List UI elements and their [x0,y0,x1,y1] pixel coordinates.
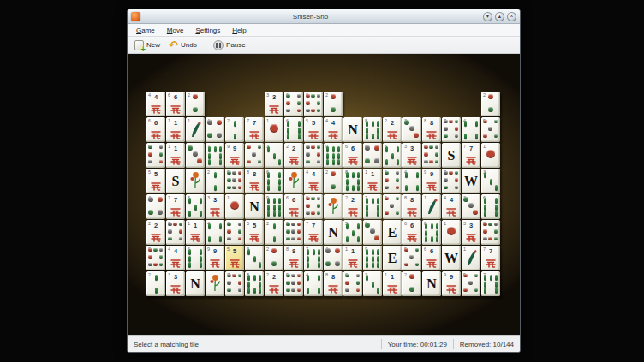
tile-face-s5[interactable]: 5 [186,194,205,219]
mahjong-tile[interactable]: 1 [225,194,245,220]
mahjong-tile[interactable]: 2 [186,92,206,117]
mahjong-tile[interactable]: 7 [304,246,324,271]
tile-face-m5[interactable]: 55 [225,246,244,270]
tile-face-p9[interactable]: 9 [284,220,303,245]
tile-face-p5[interactable]: 5 [383,194,402,219]
tile-face-m9[interactable]: 99 [225,143,244,168]
tile-face-wN[interactable]: N [186,271,205,296]
mahjong-tile[interactable]: 8 [304,92,324,117]
mahjong-tile[interactable]: 2 [265,220,284,246]
mahjong-tile[interactable]: S [166,169,186,194]
tile-face-m6[interactable]: 66 [422,246,441,270]
tile-face-m4[interactable]: 44 [304,169,323,193]
tile-face-p3[interactable]: 3 [363,220,382,245]
mahjong-tile[interactable]: 22 [383,117,402,143]
tile-face-m3[interactable]: 33 [166,271,185,296]
tile-face-m2[interactable]: 22 [146,220,165,245]
tile-face-m4[interactable]: 44 [166,246,185,270]
mahjong-tile[interactable]: 77 [304,220,324,246]
mahjong-tile[interactable]: N [186,271,206,297]
tile-face-s5[interactable]: 5 [343,220,362,245]
close-button[interactable]: × [507,12,516,21]
mahjong-tile[interactable]: 44 [304,169,324,194]
tile-face-p2[interactable]: 2 [324,169,343,193]
tile-face-f1[interactable] [206,271,224,296]
mahjong-tile[interactable]: 3 [481,169,501,194]
mahjong-tile[interactable]: 4 [462,117,481,143]
tile-face-m7[interactable]: 77 [245,117,264,142]
mahjong-tile[interactable]: 77 [462,143,481,169]
mahjong-tile[interactable]: 66 [146,117,166,143]
tile-face-m1[interactable]: 11 [186,220,205,245]
tile-face-s8[interactable]: 8 [363,117,382,142]
mahjong-tile[interactable]: 22 [146,220,166,246]
tile-face-wN[interactable]: N [245,194,264,219]
tile-face-p4[interactable]: 4 [324,246,343,270]
mahjong-tile[interactable]: 77 [481,246,501,271]
tile-face-s1[interactable]: 1 [186,117,205,142]
tile-face-p2[interactable]: 2 [402,271,421,296]
mahjong-tile[interactable]: 44 [146,92,166,117]
mahjong-tile[interactable]: 9 [225,169,245,194]
mahjong-tile[interactable]: 5 [383,143,402,169]
menu-item-settings[interactable]: Settings [189,26,226,35]
tile-face-wN[interactable]: N [324,220,343,245]
mahjong-tile[interactable]: 3 [265,143,284,169]
mahjong-tile[interactable]: 8 [245,271,265,297]
tile-face-s3[interactable]: 3 [363,271,382,296]
tile-face-m2[interactable]: 22 [284,143,303,168]
tile-face-f1[interactable] [186,169,205,193]
tile-face-m4[interactable]: 44 [324,117,343,142]
tile-face-m5[interactable]: 55 [245,220,264,245]
tile-face-m4[interactable]: 44 [146,92,165,116]
tile-face-m6[interactable]: 66 [166,92,185,116]
tile-face-p7[interactable]: 7 [225,271,244,296]
mahjong-tile[interactable]: 7 [166,220,186,246]
tile-face-p7[interactable]: 7 [166,220,185,245]
mahjong-tile[interactable]: 66 [343,143,363,169]
tile-face-wN[interactable]: N [343,117,362,142]
mahjong-tile[interactable]: 88 [324,271,343,297]
tile-face-wE[interactable]: E [383,220,402,245]
tile-face-s2[interactable]: 2 [206,169,224,193]
tile-face-p4[interactable]: 4 [363,143,382,168]
tile-face-s4[interactable]: 4 [304,271,323,296]
mahjong-tile[interactable]: 88 [284,246,304,271]
tile-face-p1[interactable]: 1 [481,143,500,168]
mahjong-tile[interactable]: 5 [245,143,265,169]
tile-face-wW[interactable]: W [462,169,480,193]
tile-face-p5[interactable]: 5 [245,143,264,168]
tile-face-s7[interactable]: 7 [206,143,224,168]
tile-face-p9[interactable]: 9 [225,169,244,193]
tile-face-m7[interactable]: 77 [481,246,500,270]
tile-face-f2[interactable] [284,169,303,193]
tile-face-p6[interactable]: 6 [383,169,402,193]
mahjong-tile[interactable]: 5 [343,220,363,246]
mahjong-tile[interactable]: 66 [422,246,442,271]
mahjong-tile[interactable]: 8 [304,194,324,220]
tile-face-s6[interactable]: 6 [265,169,283,193]
mahjong-tile[interactable]: 33 [265,92,284,117]
mahjong-tile[interactable]: N [422,271,442,297]
mahjong-tile[interactable]: 33 [166,271,186,297]
tile-face-m8[interactable]: 88 [284,246,303,270]
mahjong-tile[interactable]: 4 [206,220,225,246]
tile-face-m9[interactable]: 99 [442,271,461,296]
mahjong-tile[interactable]: 99 [225,143,245,169]
tile-face-p6[interactable]: 6 [284,92,303,116]
mahjong-tile[interactable]: 33 [462,220,481,246]
tile-face-p7[interactable]: 7 [304,143,323,168]
tile-face-s4[interactable]: 4 [462,117,480,142]
mahjong-tile[interactable]: W [442,246,462,271]
mahjong-tile[interactable]: 55 [146,169,166,194]
mahjong-tile[interactable]: 8 [363,117,383,143]
tile-face-m3[interactable]: 33 [265,92,283,116]
tile-face-s7[interactable]: 7 [363,194,382,219]
mahjong-tile[interactable]: 7 [481,271,501,297]
mahjong-tile[interactable]: 3 [462,194,481,220]
tile-face-p5[interactable]: 5 [402,246,421,270]
mahjong-tile[interactable]: E [383,220,402,246]
mahjong-tile[interactable]: 11 [186,220,206,246]
mahjong-tile[interactable]: 3 [186,143,206,169]
titlebar[interactable]: Shisen-Sho ▾▴× [128,9,520,24]
